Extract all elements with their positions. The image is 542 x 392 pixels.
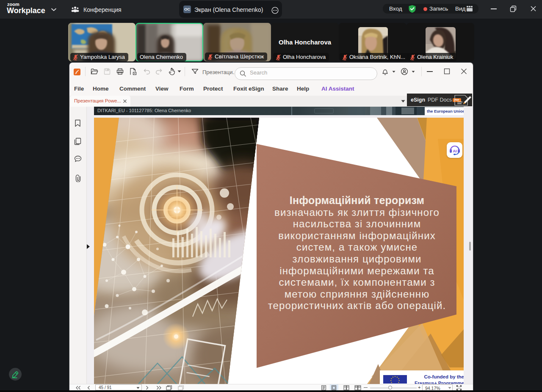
svg-text:AI: AI (453, 149, 457, 153)
